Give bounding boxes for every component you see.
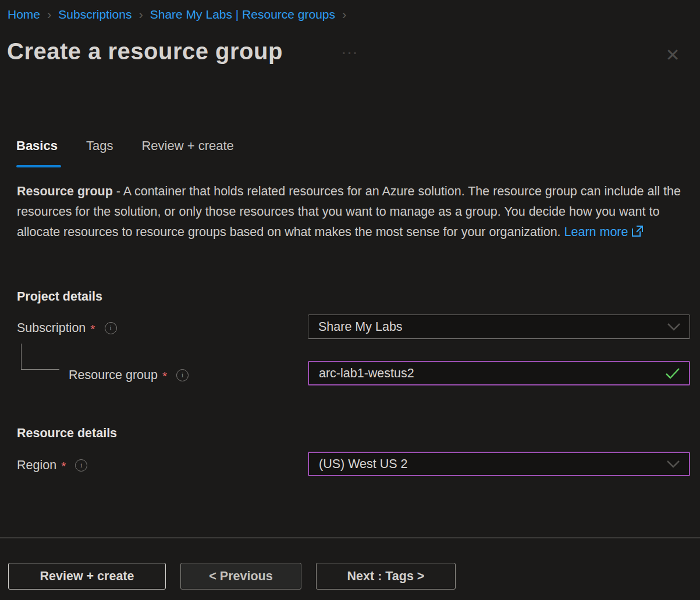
subscription-label: Subscription [17, 321, 86, 335]
subscription-child-connector [21, 344, 59, 370]
learn-more-link[interactable]: Learn more [564, 225, 628, 239]
subscription-value: Share My Labs [318, 320, 666, 334]
breadcrumb: Home › Subscriptions › Share My Labs | R… [8, 8, 346, 22]
page-title: Create a resource group [7, 38, 283, 65]
footer-divider [0, 537, 700, 538]
subscription-label-row: Subscription * i [17, 320, 117, 336]
next-tags-button[interactable]: Next : Tags > [316, 563, 456, 590]
subscription-dropdown[interactable]: Share My Labs [308, 315, 690, 339]
info-icon[interactable]: i [105, 322, 117, 334]
breadcrumb-share-my-labs[interactable]: Share My Labs | Resource groups [150, 8, 335, 22]
close-icon[interactable]: ✕ [661, 43, 684, 66]
active-tab-indicator [16, 165, 61, 167]
resource-group-label-row: Resource group * i [69, 367, 189, 383]
context-menu-ellipsis-icon[interactable]: ··· [342, 47, 359, 60]
review-create-button[interactable]: Review + create [8, 563, 166, 590]
region-dropdown[interactable]: (US) West US 2 [308, 452, 690, 476]
region-label-row: Region * i [17, 457, 87, 473]
tab-review-create[interactable]: Review + create [141, 138, 233, 162]
chevron-right-icon: › [138, 8, 143, 22]
region-label: Region [17, 458, 56, 473]
tab-tags[interactable]: Tags [86, 138, 113, 162]
chevron-down-icon [666, 459, 681, 469]
resource-details-heading: Resource details [17, 426, 117, 441]
chevron-down-icon [666, 322, 681, 331]
external-link-icon [631, 223, 644, 244]
valid-check-icon [665, 367, 681, 380]
previous-button[interactable]: < Previous [180, 563, 301, 590]
resource-group-description: Resource group - A container that holds … [17, 181, 692, 244]
info-icon[interactable]: i [176, 369, 189, 381]
resource-group-input[interactable] [319, 362, 665, 384]
required-asterisk: * [90, 320, 95, 336]
required-asterisk: * [61, 457, 66, 473]
description-lead: Resource group [17, 184, 113, 198]
project-details-heading: Project details [17, 290, 102, 304]
tab-bar: Basics Tags Review + create [16, 138, 234, 162]
resource-group-field [308, 361, 690, 385]
info-icon[interactable]: i [75, 459, 87, 472]
chevron-right-icon: › [47, 8, 51, 22]
resource-group-label: Resource group [69, 368, 158, 383]
required-asterisk: * [162, 367, 167, 383]
breadcrumb-subscriptions[interactable]: Subscriptions [58, 8, 132, 22]
region-value: (US) West US 2 [319, 457, 666, 472]
breadcrumb-home[interactable]: Home [8, 8, 40, 22]
chevron-right-icon: › [342, 8, 346, 22]
tab-basics[interactable]: Basics [16, 138, 58, 162]
